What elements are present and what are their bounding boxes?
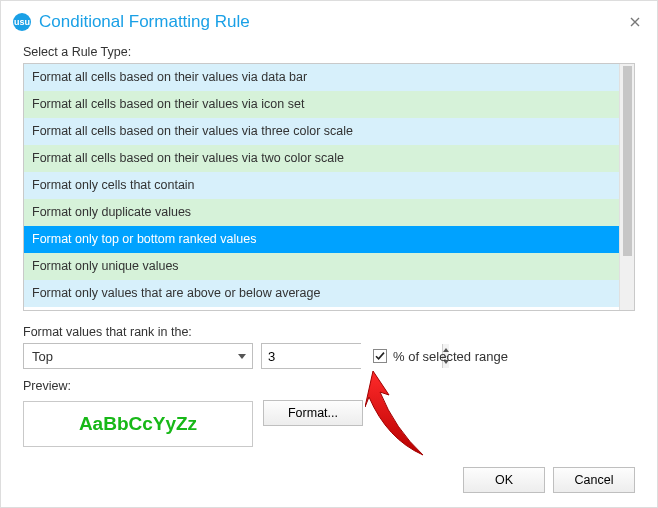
close-button[interactable] (625, 12, 645, 32)
percent-checkbox[interactable] (373, 349, 387, 363)
rule-type-item[interactable]: Format only duplicate values (24, 199, 619, 226)
cancel-button[interactable]: Cancel (553, 467, 635, 493)
close-icon (630, 17, 640, 27)
rule-type-item[interactable]: Format all cells based on their values v… (24, 91, 619, 118)
rank-count-spinner[interactable] (261, 343, 361, 369)
rule-type-item[interactable]: Format only unique values (24, 253, 619, 280)
rule-type-item[interactable]: Format only cells that contain (24, 172, 619, 199)
dialog-footer: OK Cancel (463, 467, 635, 493)
rank-direction-combobox[interactable]: Top (23, 343, 253, 369)
rule-type-item[interactable]: Format all cells based on their values v… (24, 64, 619, 91)
rank-direction-value: Top (32, 349, 53, 364)
format-button[interactable]: Format... (263, 400, 363, 426)
app-icon: usu (13, 13, 31, 31)
rule-type-list: Format all cells based on their values v… (23, 63, 635, 311)
rule-list-scrollbar[interactable] (619, 64, 634, 310)
preview-label: Preview: (23, 379, 253, 393)
rule-type-item[interactable]: Format all cells based on their values v… (24, 118, 619, 145)
preview-box: AaBbCcYyZz (23, 401, 253, 447)
chevron-down-icon (238, 354, 246, 359)
titlebar: usu Conditional Formatting Rule (1, 1, 657, 41)
scrollbar-thumb[interactable] (623, 66, 632, 256)
rule-type-item[interactable]: Format only top or bottom ranked values (24, 226, 619, 253)
rule-type-label: Select a Rule Type: (23, 45, 635, 59)
percent-checkbox-label: % of selected range (393, 349, 508, 364)
rule-type-item[interactable]: Format all cells based on their values v… (24, 145, 619, 172)
rank-label: Format values that rank in the: (23, 325, 635, 339)
preview-sample-text: AaBbCcYyZz (79, 413, 197, 435)
rule-type-item[interactable]: Format only values that are above or bel… (24, 280, 619, 307)
check-icon (374, 350, 386, 362)
ok-button[interactable]: OK (463, 467, 545, 493)
window-title: Conditional Formatting Rule (39, 12, 625, 32)
